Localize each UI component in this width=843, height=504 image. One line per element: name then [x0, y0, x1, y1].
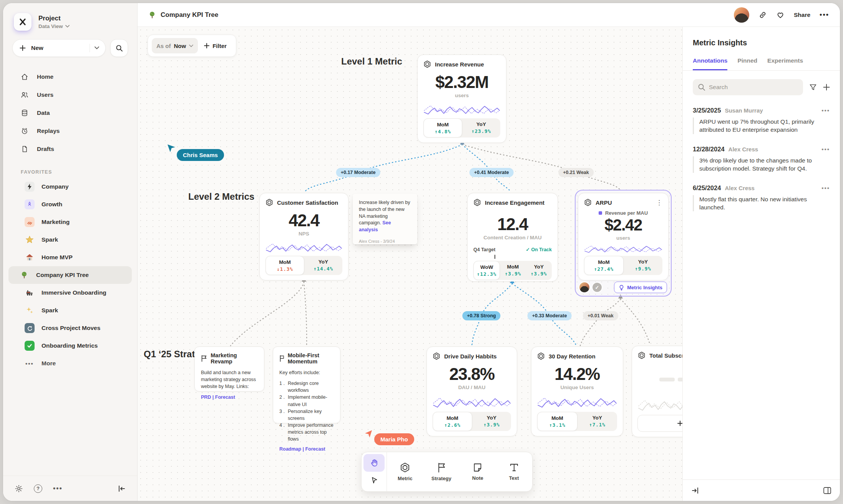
favorite-item-marketing[interactable]: Marketing [8, 213, 132, 231]
copy-link-icon[interactable] [758, 11, 767, 19]
sidebar-item-home[interactable]: Home [3, 68, 137, 86]
metric-value: 12.4 [473, 215, 552, 234]
project-switcher[interactable]: Project Data View [3, 3, 137, 31]
stat-yoy[interactable]: YoY↑3.9% [526, 261, 552, 280]
metric-card-total-subscriptions[interactable]: Total Subscript Connec [632, 346, 682, 437]
strategy-tool-button[interactable]: Strategy [423, 452, 460, 491]
favorite-item-immersive-onboarding[interactable]: Immersive Onboarding [8, 284, 132, 302]
canvas-annotation-note[interactable]: Increase likely driven by the launch of … [353, 194, 417, 244]
search-input[interactable] [693, 79, 803, 95]
stat-mom[interactable]: MoM↑3.9% [500, 261, 526, 280]
sidebar-item-users[interactable]: Users [3, 86, 137, 104]
select-tool-button[interactable] [363, 472, 385, 489]
metric-insights-button[interactable]: Metric Insights [614, 282, 667, 293]
metric-value: 23.8% [433, 365, 511, 384]
kpi-tree-canvas[interactable]: As of Now Filter Level 1 Metric Level 2 … [138, 27, 682, 501]
settings-gear-icon[interactable] [15, 484, 23, 493]
metric-target-icon [638, 351, 646, 359]
as-of-selector[interactable]: As of Now [152, 38, 198, 53]
favorite-item-growth[interactable]: Growth [8, 196, 132, 213]
chevron-down-icon[interactable] [95, 46, 99, 50]
favorite-item-home-mvp[interactable]: Home MVP [8, 249, 132, 266]
tab-annotations[interactable]: Annotations [693, 57, 727, 70]
metric-card-increase-revenue[interactable]: Increase Revenue $2.32M users MoM↑4.8% Y… [417, 55, 506, 143]
stat-yoy[interactable]: YoY↑14.4% [304, 256, 342, 275]
share-button[interactable]: Share [794, 12, 810, 18]
sparkline-chart [584, 242, 662, 256]
stat-wow[interactable]: WoW↑12.3% [473, 261, 500, 280]
favorite-item-company-kpi-tree[interactable]: Company KPI Tree [8, 266, 132, 284]
stat-mom[interactable]: MoM↑27.4% [584, 256, 624, 275]
strategy-links[interactable]: PRD | Forecast [201, 395, 258, 400]
sidebar-search-button[interactable] [110, 39, 128, 57]
text-tool-button[interactable]: Text [496, 452, 533, 491]
stat-mom[interactable]: MoM↑4.8% [423, 118, 462, 138]
edge-weight-label: +0.21 Weak [558, 168, 594, 177]
stat-mom[interactable]: MoM↑2.6% [433, 412, 472, 431]
metric-value: $2.32M [423, 73, 500, 92]
metric-unit: Unique Users [537, 385, 617, 390]
text-icon [509, 463, 519, 472]
sparkline-chart [433, 393, 511, 412]
stat-mom[interactable]: MoM↑3.1% [537, 412, 577, 431]
favorite-item-onboarding-metrics[interactable]: Onboarding Metrics [8, 337, 132, 355]
workspace-logo [14, 13, 32, 31]
topbar-more-icon[interactable]: ••• [820, 11, 829, 19]
filter-funnel-icon[interactable] [809, 83, 817, 91]
collaborator-name-chris: Chris Seams [177, 149, 224, 161]
stat-mom[interactable]: MoM↓1.3% [266, 256, 304, 275]
annotation-kebab-icon[interactable]: ••• [821, 185, 830, 191]
metric-card-drive-daily-habits[interactable]: Drive Daily Habbits 23.8% DAU / MAU MoM↑… [426, 346, 517, 436]
more-options-icon[interactable]: ••• [53, 484, 63, 492]
collaborator-name-maria: Maria Pho [374, 433, 414, 445]
metric-tool-button[interactable]: Metric [387, 452, 423, 491]
annotation-item[interactable]: 6/25/2024 Alex Cress ••• Mostly flat thi… [693, 184, 830, 212]
annotation-item[interactable]: 12/28/2024 Alex Cress ••• 3% drop likely… [693, 146, 830, 173]
add-annotation-icon[interactable] [823, 84, 830, 91]
favorite-item-company[interactable]: Company [8, 178, 132, 196]
bolt-icon [25, 182, 35, 192]
add-filter-button[interactable]: Filter [198, 43, 233, 49]
collapse-panel-icon[interactable] [691, 487, 699, 494]
metric-unit: Content Creation / MAU [473, 235, 552, 240]
collapse-sidebar-icon[interactable] [118, 485, 126, 492]
collaborator-avatar [579, 282, 589, 292]
card-kebab-menu-icon[interactable]: ⋮ [656, 199, 662, 206]
sidebar-item-replays[interactable]: Replays [3, 122, 137, 140]
sidebar-item-data[interactable]: Data [3, 104, 137, 122]
user-avatar[interactable] [734, 7, 749, 23]
strategy-links[interactable]: Roadmap | Forecast [279, 446, 334, 452]
edge-weight-label: +0.78 Strong [462, 311, 500, 320]
favorite-heart-icon[interactable] [776, 11, 785, 19]
stat-yoy[interactable]: YoY↑23.9% [462, 118, 500, 138]
favorite-item-spark[interactable]: Spark [8, 231, 132, 249]
stat-yoy[interactable]: YoY↑3.9% [472, 412, 511, 431]
edge-weight-label: +0.17 Moderate [336, 168, 380, 177]
new-button[interactable]: New [12, 39, 106, 57]
stat-yoy[interactable]: YoY↑7.1% [577, 412, 617, 431]
strategy-card-mobile-first[interactable]: Mobile-First Momentum Key efforts includ… [273, 346, 340, 423]
metric-card-customer-satisfaction[interactable]: Customer Satisfaction 42.4 NPS MoM↓1.3% … [259, 193, 348, 280]
favorite-item-spark-2[interactable]: Spark [8, 302, 132, 319]
favorite-item-cross-project-moves[interactable]: Cross Project Moves [8, 319, 132, 337]
workspace-selector[interactable]: Data View [38, 23, 70, 29]
strategy-card-marketing-revamp[interactable]: Marketing Revamp Build and launch a new … [194, 346, 264, 391]
tab-experiments[interactable]: Experiments [767, 57, 803, 70]
metric-card-increase-engagement[interactable]: Increase Engagement 12.4 Content Creatio… [467, 193, 558, 282]
help-icon[interactable]: ? [34, 484, 42, 493]
sidebar-item-drafts[interactable]: Drafts [3, 140, 137, 158]
annotation-kebab-icon[interactable]: ••• [821, 146, 830, 153]
note-tool-button[interactable]: Note [460, 452, 496, 491]
canvas-toolbox: Metric Strategy Note Text [361, 452, 533, 492]
metric-card-30-day-retention[interactable]: 30 Day Retention 14.2% Unique Users MoM↑… [531, 346, 623, 436]
metric-card-arpu[interactable]: ARPU ⋮ Revenue per MAU $2.42 users MoM↑2… [578, 193, 669, 280]
sidebar-more-button[interactable]: ••• More [8, 355, 132, 372]
tab-pinned[interactable]: Pinned [737, 57, 757, 70]
annotation-kebab-icon[interactable]: ••• [821, 107, 830, 114]
stat-yoy[interactable]: YoY↑9.9% [624, 256, 662, 275]
annotation-item[interactable]: 3/25/2025 Susan Murray ••• ARPU went up … [693, 107, 830, 134]
split-view-icon[interactable] [823, 487, 831, 494]
connect-data-button[interactable]: Connec [637, 415, 682, 432]
users-icon [21, 91, 28, 99]
hand-tool-button[interactable] [363, 454, 385, 472]
